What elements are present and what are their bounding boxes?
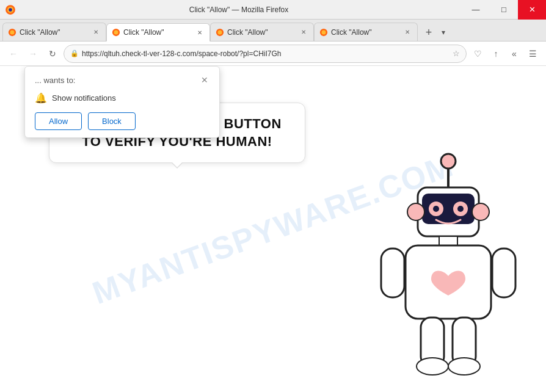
tab-3[interactable]: Click "Allow" ✕	[210, 23, 314, 41]
svg-point-27	[417, 358, 448, 375]
notif-permission-text: Show notifications	[52, 93, 116, 103]
svg-rect-23	[381, 249, 404, 297]
tab-4[interactable]: Click "Allow" ✕	[314, 23, 418, 41]
notif-header: ... wants to: ✕	[35, 74, 209, 86]
back-button[interactable]: ←	[5, 45, 22, 62]
notification-popup: ... wants to: ✕ 🔔 Show notifications All…	[24, 66, 220, 138]
notif-wants-to-text: ... wants to:	[35, 76, 75, 85]
reload-button[interactable]: ↻	[44, 45, 61, 62]
allow-button[interactable]: Allow	[35, 112, 82, 130]
tab-1[interactable]: Click "Allow" ✕	[2, 23, 106, 41]
notif-close-button[interactable]: ✕	[200, 74, 209, 86]
bell-icon: 🔔	[35, 92, 47, 104]
new-tab-button[interactable]: +	[420, 24, 437, 41]
title-bar-left	[0, 4, 16, 15]
robot-svg	[363, 148, 534, 392]
svg-point-12	[441, 154, 456, 169]
svg-point-28	[448, 358, 480, 375]
robot-image	[363, 148, 534, 392]
title-bar-controls: — □ ✕	[462, 0, 546, 19]
close-button[interactable]: ✕	[518, 0, 546, 20]
tab-list-button[interactable]: ▾	[437, 24, 450, 41]
svg-point-18	[457, 206, 464, 212]
minimize-button[interactable]: —	[462, 0, 490, 20]
tab-2[interactable]: Click "Allow" ✕	[106, 23, 210, 42]
firefox-icon	[5, 4, 16, 15]
tab-favicon-1	[8, 28, 16, 37]
share-button[interactable]: ↑	[487, 45, 504, 62]
tab-close-3[interactable]: ✕	[299, 27, 308, 37]
svg-point-6	[114, 31, 118, 35]
tab-favicon-4	[319, 28, 328, 37]
title-bar-title: Click "Allow" — Mozilla Firefox	[16, 5, 462, 14]
svg-point-10	[322, 30, 326, 34]
tab-label-4: Click "Allow"	[331, 28, 372, 37]
tab-favicon-2	[112, 28, 120, 37]
svg-point-2	[9, 8, 12, 12]
notif-permission-row: 🔔 Show notifications	[35, 92, 209, 104]
svg-rect-21	[439, 236, 457, 245]
bookmark-icon: ☆	[453, 49, 460, 58]
page-content: MYANTISPYWARE.COM ... wants to: ✕ 🔔 Show…	[0, 66, 546, 392]
shield-icon: 🔒	[70, 49, 79, 57]
tab-close-4[interactable]: ✕	[402, 27, 412, 37]
title-bar: Click "Allow" — Mozilla Firefox — □ ✕	[0, 0, 546, 20]
svg-rect-24	[492, 249, 515, 297]
menu-button[interactable]: ☰	[524, 45, 541, 62]
url-text: https://qltuh.check-tl-ver-128-c.com/spa…	[82, 49, 450, 58]
sync-icon[interactable]: ♡	[469, 45, 486, 62]
notif-actions: Allow Block	[35, 112, 209, 130]
tab-favicon-3	[216, 28, 224, 37]
maximize-button[interactable]: □	[490, 0, 518, 20]
block-button[interactable]: Block	[88, 112, 136, 130]
svg-point-20	[472, 203, 489, 220]
title-text: Click "Allow" — Mozilla Firefox	[189, 5, 289, 14]
tab-close-2[interactable]: ✕	[195, 27, 205, 37]
extensions-button[interactable]: «	[506, 45, 523, 62]
forward-button[interactable]: →	[24, 45, 42, 62]
nav-bar: ← → ↻ 🔒 https://qltuh.check-tl-ver-128-c…	[0, 42, 546, 66]
address-bar[interactable]: 🔒 https://qltuh.check-tl-ver-128-c.com/s…	[64, 45, 467, 63]
tab-label-2: Click "Allow"	[123, 28, 164, 37]
tab-bar: Click "Allow" ✕ Click "Allow" ✕ Click "A…	[0, 20, 546, 42]
svg-point-17	[433, 206, 439, 212]
tab-close-1[interactable]: ✕	[91, 27, 101, 37]
svg-point-8	[218, 30, 222, 34]
svg-point-19	[407, 203, 424, 220]
svg-point-4	[10, 30, 15, 34]
tab-label-1: Click "Allow"	[20, 28, 60, 37]
tab-label-3: Click "Allow"	[227, 28, 268, 37]
nav-right-icons: ♡ ↑ « ☰	[469, 45, 541, 62]
